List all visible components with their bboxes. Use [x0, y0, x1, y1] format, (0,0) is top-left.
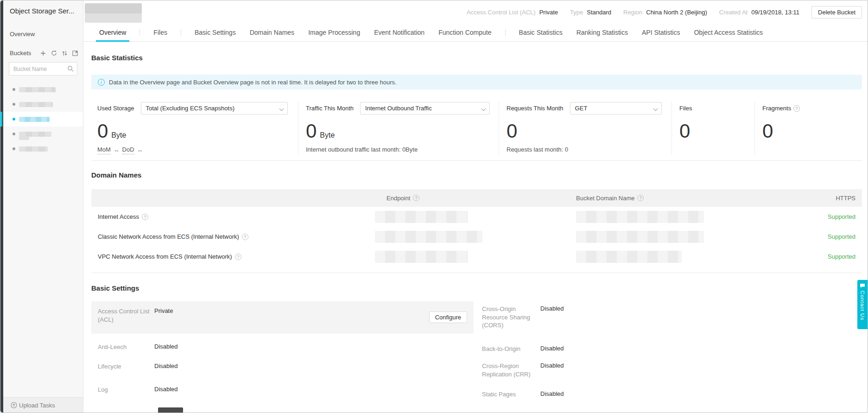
table-row-vpc-network: VPC Network Access from ECS (Internal Ne… — [91, 247, 862, 267]
help-icon[interactable]: ? — [235, 254, 241, 260]
info-icon: i — [98, 79, 105, 86]
endpoint-value-redacted — [375, 211, 468, 223]
sort-icon[interactable] — [61, 50, 68, 57]
expand-icon[interactable] — [72, 50, 78, 57]
upload-icon — [11, 402, 17, 408]
help-icon[interactable]: ? — [413, 195, 419, 201]
tab-object-access-statistics[interactable]: Object Access Statistics — [691, 24, 766, 41]
bucket-dot-icon — [13, 118, 15, 121]
bucket-list-item-selected[interactable] — [3, 112, 83, 127]
tab-function-compute[interactable]: Function Compute — [435, 24, 494, 41]
help-icon[interactable]: ? — [637, 195, 644, 201]
stats-row: Used Storage Total (Excluding ECS Snapsh… — [91, 102, 862, 154]
bucket-name-redacted — [19, 117, 50, 122]
crr-row: Cross-Region Replication (CRR) Disabled — [482, 362, 862, 378]
bucket-dot-icon — [13, 147, 15, 150]
bucket-name-redacted — [19, 146, 48, 152]
chevron-down-icon — [280, 107, 284, 111]
fragments-value: 0 — [762, 121, 773, 141]
domain-value-redacted — [576, 251, 682, 263]
chevron-down-icon — [654, 107, 658, 111]
stat-fragments: Fragments ? 0 — [754, 102, 862, 154]
bucket-name-redacted — [19, 132, 51, 137]
oss-console-window: Object Storage Ser... Overview Buckets — [0, 0, 868, 413]
acl-setting-row: Access Control List (ACL) Private Config… — [91, 301, 474, 334]
meta-type: Type Standard — [570, 9, 611, 16]
sidebar-item-overview[interactable]: Overview — [3, 15, 83, 38]
upload-tasks-label: Upload Tasks — [19, 402, 55, 409]
contact-us-tab[interactable]: Contact Us — [857, 280, 868, 329]
stat-used-storage: Used Storage Total (Excluding ECS Snapsh… — [91, 102, 298, 154]
bucket-list-item[interactable] — [3, 82, 83, 97]
bucket-name-redacted — [19, 87, 56, 92]
tab-basic-settings[interactable]: Basic Settings — [191, 24, 239, 41]
bucket-header-bar: Access Control List (ACL) Private Type S… — [83, 0, 868, 24]
used-storage-dropdown[interactable]: Total (Excluding ECS Snapshots) — [141, 102, 288, 114]
chevron-down-icon — [482, 107, 486, 111]
domain-value-redacted — [576, 211, 704, 223]
help-icon[interactable]: ? — [793, 105, 800, 112]
requests-last-month: Requests last month: 0 — [507, 146, 672, 153]
table-row-internet-access: Internet Access ? Supported — [91, 207, 862, 227]
endpoint-value-redacted — [375, 251, 468, 263]
mom-link[interactable]: MoM — [97, 146, 111, 154]
tab-image-processing[interactable]: Image Processing — [305, 24, 363, 41]
chat-bubble-icon — [860, 283, 865, 288]
bucket-list-item[interactable] — [3, 141, 83, 156]
tab-bar: Overview Files Basic Settings Domain Nam… — [83, 24, 868, 42]
configure-button[interactable]: Configure — [429, 311, 467, 323]
refresh-icon[interactable] — [51, 50, 57, 57]
used-storage-value: 0 — [97, 121, 108, 141]
tab-ranking-statistics[interactable]: Ranking Statistics — [573, 24, 631, 41]
bucket-list — [3, 82, 83, 156]
sidebar: Object Storage Ser... Overview Buckets — [3, 0, 83, 413]
tab-basic-statistics[interactable]: Basic Statistics — [516, 24, 566, 41]
tab-overview[interactable]: Overview — [96, 24, 129, 41]
meta-acl: Access Control List (ACL) Private — [467, 9, 558, 16]
bucket-list-item[interactable] — [3, 97, 83, 112]
cors-row: Cross-Origin Resource Sharing (CORS) Dis… — [482, 305, 862, 330]
search-icon[interactable] — [67, 65, 74, 72]
upload-tasks-button[interactable]: Upload Tasks — [3, 397, 83, 413]
tab-api-statistics[interactable]: API Statistics — [639, 24, 683, 41]
stat-traffic: Traffic This Month Internet Outbound Tra… — [298, 102, 499, 154]
requests-value: 0 — [507, 121, 517, 141]
app-title: Object Storage Ser... — [3, 0, 83, 15]
lifecycle-row: Lifecycle Disabled — [91, 362, 474, 371]
help-icon[interactable]: ? — [142, 214, 148, 220]
https-status: Supported — [754, 213, 862, 220]
stat-files: Files 0 — [672, 102, 754, 154]
bucket-title-redacted — [85, 3, 142, 23]
anti-leech-row: Anti-Leech Disabled — [91, 343, 474, 351]
help-icon[interactable]: ? — [242, 234, 248, 240]
log-row: Log Disabled — [91, 386, 474, 394]
meta-region: Region China North 2 (Beijing) — [623, 9, 707, 16]
static-pages-row: Static Pages Disabled — [482, 390, 862, 399]
basic-statistics-heading: Basic Statistics — [91, 54, 862, 62]
requests-dropdown[interactable]: GET — [570, 102, 662, 114]
traffic-dropdown[interactable]: Internet Outbound Traffic — [360, 102, 490, 114]
bucket-domain-column-header: Bucket Domain Name — [576, 195, 634, 202]
tab-files[interactable]: Files — [150, 24, 171, 41]
endpoint-column-header: Endpoint — [386, 195, 410, 202]
info-banner: i Data in the Overview page and Bucket O… — [91, 75, 862, 89]
add-bucket-icon[interactable] — [40, 50, 46, 57]
dod-link[interactable]: DoD — [122, 146, 134, 154]
bucket-name-redacted — [19, 102, 53, 107]
traffic-last-month: Internet outbound traffic last month: 0B… — [306, 146, 499, 153]
contact-us-label: Contact Us — [860, 291, 865, 320]
section-divider — [91, 160, 862, 161]
buckets-label: Buckets — [10, 50, 40, 57]
meta-created-at: Created At 09/19/2018, 13:11 — [719, 9, 799, 16]
basic-settings-heading: Basic Settings — [91, 284, 862, 292]
back-to-origin-row: Back-to-Origin Disabled — [482, 345, 862, 353]
domain-names-heading: Domain Names — [91, 171, 862, 179]
main-area: Access Control List (ACL) Private Type S… — [83, 0, 868, 413]
bucket-list-item[interactable] — [3, 127, 83, 141]
tab-event-notification[interactable]: Event Notification — [371, 24, 428, 41]
bucket-dot-icon — [13, 133, 15, 135]
endpoint-value-redacted — [375, 231, 482, 243]
tab-domain-names[interactable]: Domain Names — [247, 24, 298, 41]
delete-bucket-button[interactable]: Delete Bucket — [811, 6, 862, 19]
section-divider — [91, 273, 862, 273]
